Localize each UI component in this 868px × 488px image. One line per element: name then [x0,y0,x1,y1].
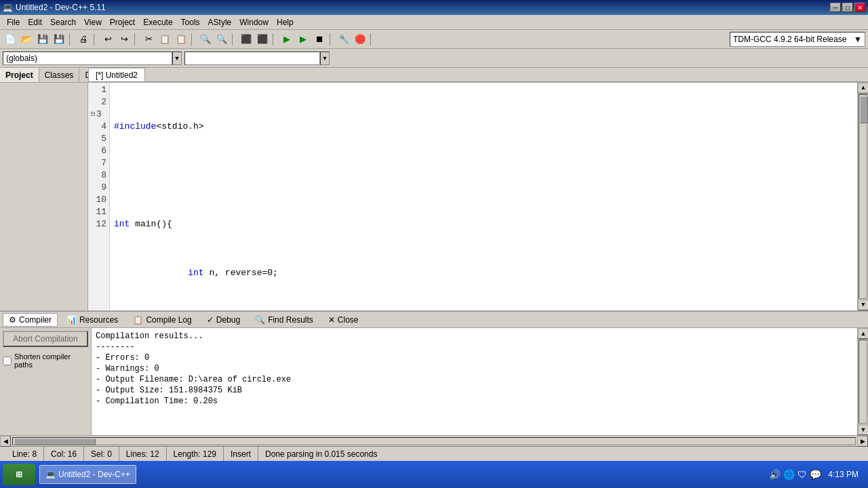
menu-window[interactable]: Window [235,16,273,28]
editor-tab-untitled2[interactable]: [*] Untitled2 [88,68,145,81]
bottom-tabs: ⚙ Compiler 📊 Resources 📋 Compile Log ✓ D… [0,312,868,328]
hscroll-track[interactable] [12,437,856,445]
main-area: Project Classes Debug [*] Untitled2 1 2 … [0,68,868,310]
globals-arrow[interactable]: ▼ [172,52,182,65]
open-button[interactable]: 📂 [19,32,34,47]
vscroll-up-arrow[interactable]: ▲ [858,83,868,94]
vscroll-down-arrow[interactable]: ▼ [858,300,868,310]
run-button[interactable]: ▶ [296,32,311,47]
sel-label: Sel: [91,449,105,459]
menu-search[interactable]: Search [46,16,80,28]
lines-label: Lines: [126,449,148,459]
indent-button[interactable]: ⬛ [239,32,254,47]
redo-button[interactable]: ↪ [117,32,132,47]
include-keyword: #include [114,121,156,133]
new-button[interactable]: 📄 [3,32,18,47]
vscroll-track[interactable] [859,94,867,299]
function-arrow[interactable]: ▼ [320,52,330,65]
taskbar-devcpp-label: Untitled2 - Dev-C++ [58,470,130,479]
tray-icon-3[interactable]: 🛡 [797,469,807,480]
titlebar-left: 💻 Untitled2 - Dev-C++ 5.11 [3,3,106,12]
copy-button[interactable]: 📋 [157,32,172,47]
compiler-selector[interactable]: TDM-GCC 4.9.2 64-bit Release ▼ [730,32,865,47]
globals-dropdown[interactable]: (globals) [3,52,172,65]
menu-view[interactable]: View [80,16,106,28]
bottom-vscroll-down[interactable]: ▼ [858,424,868,435]
menu-tools[interactable]: Tools [177,16,204,28]
restore-button[interactable]: □ [842,3,853,12]
debug-button[interactable]: 🔧 [336,32,351,47]
vscroll-thumb[interactable] [860,96,868,123]
cut-button[interactable]: ✂ [141,32,156,47]
toolbar-sep7 [330,33,334,45]
menu-edit[interactable]: Edit [24,16,46,28]
taskbar: ⊞ 💻 Untitled2 - Dev-C++ 🔊 🌐 🛡 💬 4:13 PM [0,461,868,488]
status-line: Line: 8 [5,447,44,461]
hscroll-right-arrow[interactable]: ▶ [857,436,868,447]
taskbar-devcpp[interactable]: 💻 Untitled2 - Dev-C++ [39,465,136,484]
save-button[interactable]: 💾 [35,32,50,47]
compilelog-tab-label: Compile Log [146,315,191,325]
tray-icon-4[interactable]: 💬 [810,469,821,480]
print-button[interactable]: 🖨 [76,32,91,47]
tab-classes[interactable]: Classes [39,68,80,82]
find-button[interactable]: 🔍 [198,32,213,47]
hscroll-thumb[interactable] [14,439,96,445]
abort-compilation-button[interactable]: Abort Compilation [3,331,88,347]
minimize-button[interactable]: ─ [830,3,841,12]
unindent-button[interactable]: ⬛ [255,32,270,47]
window-title: Untitled2 - Dev-C++ 5.11 [16,3,106,12]
bottom-tab-debug[interactable]: ✓ Debug [201,313,246,327]
hscroll-left-arrow[interactable]: ◀ [0,436,11,447]
code-content[interactable]: #include<stdio.h> int main(){ int n, rev… [110,83,857,310]
lines-value: 12 [150,449,159,459]
code-line-3: int main(){ [114,218,853,230]
undo-button[interactable]: ↩ [100,32,115,47]
bottom-tab-close[interactable]: ✕ Close [322,313,365,327]
code-line-2 [114,169,853,182]
bottom-vscrollbar[interactable]: ▲ ▼ [857,328,868,435]
statusbar: Line: 8 Col: 16 Sel: 0 Lines: 12 Length:… [0,446,868,461]
findresults-tab-icon: 🔍 [255,315,265,325]
bottom-tab-findresults[interactable]: 🔍 Find Results [249,313,319,327]
titlebar-controls: ─ □ ✕ [830,3,865,12]
tab-project[interactable]: Project [0,68,39,82]
bottom-vscroll-up[interactable]: ▲ [858,328,868,339]
tray-icon-1[interactable]: 🔊 [769,469,781,480]
compiler-tab-icon: ⚙ [9,315,16,325]
shorten-compiler-paths-check[interactable]: Shorten compiler paths [3,352,88,369]
menu-file[interactable]: File [3,16,24,28]
function-dropdown[interactable] [184,52,320,65]
menu-help[interactable]: Help [273,16,298,28]
bottom-panel: ⚙ Compiler 📊 Resources 📋 Compile Log ✓ D… [0,310,868,446]
fold-icon-3[interactable]: ⊟ [91,108,95,121]
var-n-reverse: n, reverse=0; [209,267,277,279]
bottom-tab-resources[interactable]: 📊 Resources [60,313,124,327]
shorten-checkbox[interactable] [3,357,12,365]
line-label: Line: [12,449,30,459]
output-line-4: - Warnings: 0 [96,363,853,374]
bottom-tab-compiler[interactable]: ⚙ Compiler [3,313,58,327]
replace-button[interactable]: 🔍 [214,32,229,47]
compile-button[interactable]: ▶ [279,32,294,47]
start-button[interactable]: ⊞ [3,464,35,485]
code-editor[interactable]: 1 2 ⊟3 4 5 6 7 8 9 10 11 12 #include<std… [88,83,868,310]
horizontal-scrollbar[interactable]: ◀ ▶ [0,435,868,446]
status-sel: Sel: 0 [84,447,119,461]
compile-run-button[interactable]: ⏹ [312,32,327,47]
menu-execute[interactable]: Execute [139,16,176,28]
stop-button[interactable]: 🛑 [353,32,368,47]
bottom-vscroll-track[interactable] [859,340,867,424]
menu-astyle[interactable]: AStyle [204,16,236,28]
paste-button[interactable]: 📋 [174,32,189,47]
editor-vscrollbar[interactable]: ▲ ▼ [857,83,868,310]
taskbar-devcpp-icon: 💻 [45,470,56,479]
save-all-button[interactable]: 💾 [52,32,66,47]
close-button[interactable]: ✕ [854,3,865,12]
line-value: 8 [32,449,37,459]
tray-icon-2[interactable]: 🌐 [783,469,795,480]
code-line-1: #include<stdio.h> [114,121,853,133]
menu-project[interactable]: Project [106,16,139,28]
bottom-tab-compilelog[interactable]: 📋 Compile Log [127,313,197,327]
insert-mode: Insert [231,449,251,459]
